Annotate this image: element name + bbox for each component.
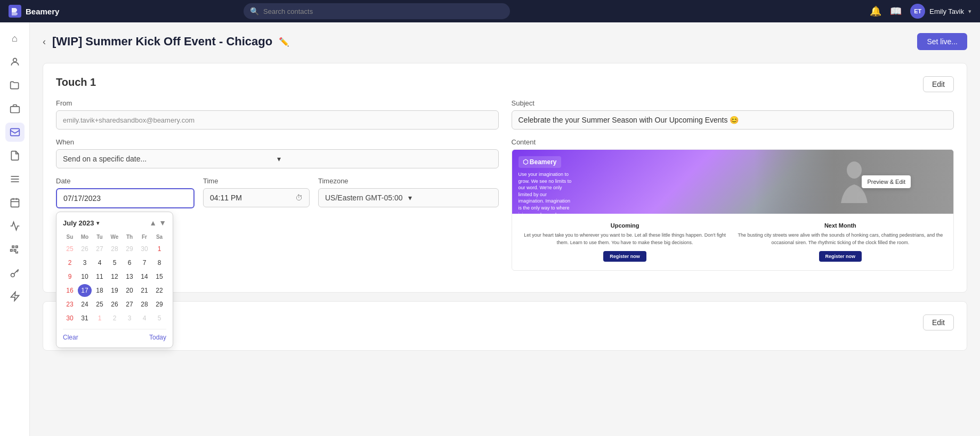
when-value: Send on a specific date...: [63, 155, 277, 163]
table-row[interactable]: 18: [93, 284, 107, 297]
table-row[interactable]: 5: [152, 312, 166, 325]
set-live-button[interactable]: Set live...: [917, 33, 967, 50]
sidebar-item-folder[interactable]: [5, 76, 25, 95]
table-row[interactable]: 13: [123, 270, 136, 283]
card1-register-button[interactable]: Register now: [603, 251, 646, 262]
table-row[interactable]: 21: [137, 284, 151, 297]
touch2-card: Touch 2 Edit: [43, 301, 967, 351]
user-chevron-icon: ▾: [968, 8, 971, 15]
svg-point-11: [11, 273, 14, 277]
sidebar-item-list[interactable]: [5, 169, 25, 189]
table-row[interactable]: 29: [152, 298, 166, 311]
table-row[interactable]: 1: [152, 243, 166, 255]
sidebar-item-chart[interactable]: [5, 216, 25, 236]
sidebar-item-calendar[interactable]: [5, 193, 25, 212]
card2-register-button[interactable]: Register now: [819, 251, 862, 262]
logo[interactable]: Beamery: [9, 5, 59, 18]
table-row[interactable]: 14: [137, 270, 151, 283]
timezone-select[interactable]: US/Eastern GMT-05:00 ▾: [318, 188, 499, 207]
book-icon[interactable]: 📖: [890, 5, 902, 17]
preview-card-2: Next Month The busting city streets were…: [736, 222, 945, 262]
content-label: Content: [512, 138, 954, 146]
logo-text: Beamery: [26, 7, 59, 16]
search-bar[interactable]: 🔍: [244, 3, 510, 19]
table-row[interactable]: 17: [78, 284, 92, 297]
calendar-today-button[interactable]: Today: [149, 334, 166, 341]
svg-point-13: [847, 162, 862, 179]
sidebar-item-home[interactable]: ⌂: [5, 29, 25, 48]
table-row[interactable]: 12: [108, 270, 122, 283]
calendar-month-chevron-icon: ▾: [96, 220, 99, 226]
table-row[interactable]: 3: [78, 256, 92, 269]
table-row[interactable]: 31: [78, 312, 92, 325]
table-row[interactable]: 2: [108, 312, 122, 325]
svg-marker-12: [11, 292, 19, 301]
table-row[interactable]: 22: [152, 284, 166, 297]
table-row[interactable]: 24: [78, 298, 92, 311]
time-input[interactable]: 04:11 PM ⏱: [203, 188, 310, 207]
table-row[interactable]: 15: [152, 270, 166, 283]
time-group: Time 04:11 PM ⏱: [203, 177, 310, 207]
calendar-footer: Clear Today: [63, 329, 166, 341]
timezone-group: Timezone US/Eastern GMT-05:00 ▾: [318, 177, 499, 207]
search-input[interactable]: [263, 7, 504, 15]
sidebar-item-puzzle[interactable]: [5, 240, 25, 259]
table-row[interactable]: 30: [137, 243, 151, 255]
date-input-wrapper: 07/17/2023 July 2023 ▾: [56, 188, 195, 208]
back-button[interactable]: ‹: [43, 36, 46, 47]
table-row[interactable]: 27: [123, 298, 136, 311]
table-row[interactable]: 23: [63, 298, 77, 311]
calendar-next-button[interactable]: ▼: [159, 219, 166, 227]
bell-icon[interactable]: 🔔: [870, 5, 881, 17]
table-row[interactable]: 10: [78, 270, 92, 283]
table-row[interactable]: 6: [123, 256, 136, 269]
touch2-edit-button[interactable]: Edit: [923, 314, 954, 330]
preview-beamery-logo: ⬡ Beamery: [519, 156, 561, 168]
subject-input[interactable]: [512, 110, 954, 130]
table-row[interactable]: 19: [108, 284, 122, 297]
title-edit-button[interactable]: ✏️: [279, 37, 289, 47]
table-row[interactable]: 1: [93, 312, 107, 325]
table-row[interactable]: 25: [93, 298, 107, 311]
when-select[interactable]: Send on a specific date... ▾: [56, 149, 499, 168]
table-row[interactable]: 28: [137, 298, 151, 311]
user-menu[interactable]: ET Emily Tavik ▾: [910, 4, 971, 19]
sidebar-item-lightning[interactable]: [5, 287, 25, 306]
table-row[interactable]: 11: [93, 270, 107, 283]
preview-card-1: Upcoming Let your heart take you to wher…: [521, 222, 730, 262]
sidebar-item-people[interactable]: [5, 52, 25, 71]
svg-point-1: [13, 58, 17, 62]
table-row[interactable]: 28: [108, 243, 122, 255]
touch1-title: Touch 1: [56, 76, 96, 88]
preview-header-image: ⬡ Beamery Use your imagination to grow. …: [512, 150, 954, 214]
touch1-edit-button[interactable]: Edit: [923, 76, 954, 92]
table-row[interactable]: 8: [152, 256, 166, 269]
time-label: Time: [203, 177, 310, 185]
table-row[interactable]: 26: [108, 298, 122, 311]
table-row[interactable]: 9: [63, 270, 77, 283]
calendar-prev-button[interactable]: ▲: [149, 219, 157, 227]
sidebar-item-document[interactable]: [5, 146, 25, 165]
table-row[interactable]: 20: [123, 284, 136, 297]
touch1-two-col: From emily.tavik+sharedsandbox@beamery.c…: [56, 99, 954, 279]
table-row[interactable]: 27: [93, 243, 107, 255]
avatar: ET: [910, 4, 925, 19]
preview-edit-popup[interactable]: Preview & Edit: [862, 175, 911, 188]
table-row[interactable]: 2: [63, 256, 77, 269]
table-row[interactable]: 16: [63, 284, 77, 297]
table-row[interactable]: 3: [123, 312, 136, 325]
sidebar-item-mail[interactable]: [5, 123, 25, 142]
table-row[interactable]: 29: [123, 243, 136, 255]
table-row[interactable]: 30: [63, 312, 77, 325]
sidebar-item-key[interactable]: [5, 263, 25, 282]
table-row[interactable]: 25: [63, 243, 77, 255]
table-row[interactable]: 26: [78, 243, 92, 255]
table-row[interactable]: 4: [137, 312, 151, 325]
date-input[interactable]: 07/17/2023: [56, 188, 195, 208]
table-row[interactable]: 7: [137, 256, 151, 269]
sidebar-item-briefcase[interactable]: [5, 99, 25, 118]
calendar-clear-button[interactable]: Clear: [63, 334, 78, 341]
table-row[interactable]: 4: [93, 256, 107, 269]
table-row[interactable]: 5: [108, 256, 122, 269]
timezone-chevron-icon: ▾: [408, 193, 491, 202]
